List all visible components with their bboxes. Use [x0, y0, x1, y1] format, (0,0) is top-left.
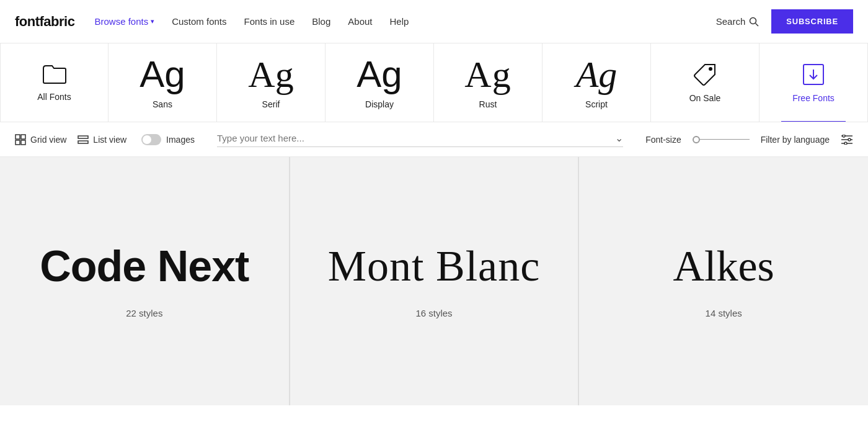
- font-card-alkes[interactable]: Alkes 14 styles: [578, 157, 868, 405]
- font-name-alkes: Alkes: [673, 245, 774, 288]
- nav-links: Browse fonts ▾ Custom fonts Fonts in use…: [94, 16, 696, 27]
- category-rust[interactable]: Ag Rust: [434, 43, 542, 122]
- images-toggle[interactable]: Images: [141, 134, 195, 145]
- chevron-down-icon: ⌄: [615, 132, 623, 144]
- svg-rect-8: [21, 140, 25, 145]
- toolbar: Grid view List view Images ⌄ Font-size F…: [0, 122, 868, 157]
- svg-rect-9: [78, 136, 88, 138]
- list-view-button[interactable]: List view: [78, 135, 126, 145]
- svg-line-1: [756, 23, 759, 26]
- font-grid: Code Next 22 styles Mont Blanc 16 styles…: [0, 157, 868, 405]
- search-icon: [749, 17, 759, 27]
- font-size-slider[interactable]: [693, 136, 750, 143]
- nav-browse-fonts[interactable]: Browse fonts ▾: [94, 16, 154, 27]
- sans-ag-icon: Ag: [140, 56, 185, 93]
- svg-point-16: [844, 142, 847, 145]
- filter-icon[interactable]: [841, 135, 853, 145]
- display-ag-icon: Ag: [356, 56, 402, 93]
- subscribe-button[interactable]: SUBSCRIBE: [771, 9, 853, 34]
- grid-view-button[interactable]: Grid view: [15, 134, 66, 145]
- font-styles-code-next: 22 styles: [126, 308, 162, 318]
- svg-rect-10: [78, 141, 88, 143]
- category-all-fonts[interactable]: All Fonts: [0, 43, 108, 122]
- nav-about[interactable]: About: [348, 16, 372, 27]
- svg-rect-7: [16, 140, 20, 145]
- nav-right: Search SUBSCRIBE: [716, 9, 853, 34]
- font-name-code-next: Code Next: [40, 245, 249, 288]
- toggle-thumb: [143, 135, 151, 144]
- font-size-label: Font-size: [645, 135, 681, 145]
- font-styles-alkes: 14 styles: [706, 308, 742, 318]
- svg-rect-5: [16, 135, 20, 139]
- svg-point-2: [709, 67, 712, 71]
- toolbar-right: Font-size Filter by language: [645, 135, 853, 145]
- slider-handle: [693, 136, 700, 143]
- nav-fonts-in-use[interactable]: Fonts in use: [244, 16, 295, 27]
- font-name-mont-blanc: Mont Blanc: [328, 245, 540, 288]
- nav-custom-fonts[interactable]: Custom fonts: [172, 16, 226, 27]
- font-card-mont-blanc[interactable]: Mont Blanc 16 styles: [290, 157, 579, 405]
- logo[interactable]: fontfabric: [15, 14, 74, 30]
- list-icon: [78, 135, 89, 144]
- font-styles-mont-blanc: 16 styles: [415, 308, 452, 318]
- preview-text-input-wrap: ⌄: [217, 132, 623, 147]
- images-toggle-switch[interactable]: [141, 134, 161, 145]
- chevron-down-icon: ▾: [151, 17, 154, 25]
- nav-blog[interactable]: Blog: [312, 16, 330, 27]
- serif-ag-icon: Ag: [248, 56, 293, 93]
- rust-ag-icon: Ag: [464, 56, 511, 93]
- category-script[interactable]: Ag Script: [542, 43, 651, 122]
- grid-icon: [15, 134, 26, 145]
- navbar: fontfabric Browse fonts ▾ Custom fonts F…: [0, 0, 868, 43]
- download-icon: [801, 62, 826, 87]
- slider-track: [700, 139, 750, 140]
- category-display[interactable]: Ag Display: [326, 43, 434, 122]
- svg-point-0: [750, 17, 756, 24]
- category-sans[interactable]: Ag Sans: [108, 43, 217, 122]
- category-strip: All Fonts Ag Sans Ag Serif Ag Display Ag…: [0, 43, 868, 122]
- filter-label: Filter by language: [761, 135, 830, 145]
- category-on-sale[interactable]: On Sale: [651, 43, 760, 122]
- script-ag-icon: Ag: [576, 56, 618, 93]
- view-toggle: Grid view List view: [15, 134, 126, 145]
- preview-text-input[interactable]: [217, 133, 615, 143]
- category-serif[interactable]: Ag Serif: [217, 43, 326, 122]
- svg-point-15: [848, 138, 851, 141]
- tag-icon: [693, 62, 717, 87]
- font-card-code-next[interactable]: Code Next 22 styles: [0, 157, 290, 405]
- folder-icon: [42, 63, 67, 86]
- category-free-fonts[interactable]: Free Fonts: [760, 43, 868, 122]
- svg-point-14: [843, 135, 845, 137]
- nav-help[interactable]: Help: [390, 16, 409, 27]
- svg-rect-6: [21, 135, 25, 139]
- search-button[interactable]: Search: [716, 16, 760, 27]
